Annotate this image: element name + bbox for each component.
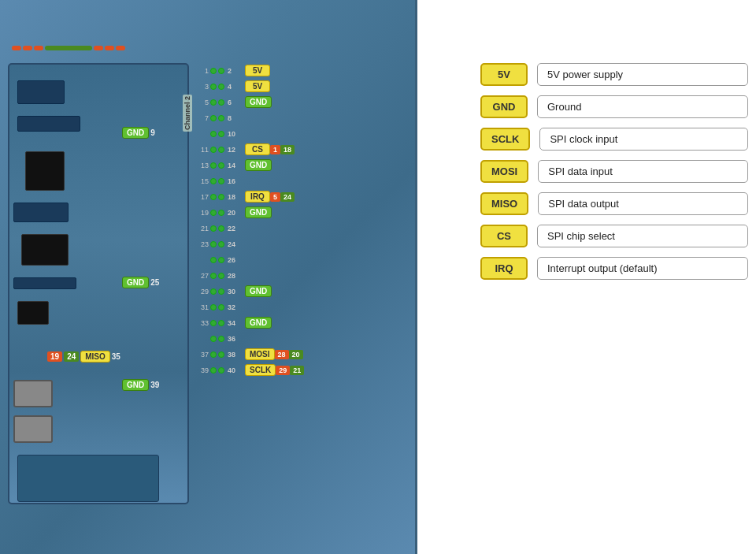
pin-row-29-30: 2930GND — [193, 284, 304, 299]
board-pcb — [8, 63, 189, 504]
pin-row-15-16: 1516 — [193, 173, 304, 188]
legend-desc-irq: Interrupt output (default) — [537, 257, 748, 280]
pin-9-num: 9 — [150, 128, 155, 137]
gnd-badge-39: GND — [122, 379, 149, 391]
legend-row-sclk: SCLKSPI clock input — [480, 128, 748, 151]
miso-left-label: 19 24 MISO 35 — [47, 351, 120, 363]
usb-port-1 — [13, 380, 53, 407]
legend-badge-5v: 5V — [480, 63, 528, 86]
pin-24-badge: 24 — [64, 351, 79, 362]
component-1 — [17, 80, 65, 104]
pin-row-17-18: 1718IRQ524 — [193, 189, 304, 204]
chip-1 — [25, 151, 65, 191]
legend-badge-mosi: MOSI — [480, 160, 528, 183]
header-func-right — [94, 46, 103, 50]
channel-2-label: Channel 2 — [183, 95, 192, 132]
component-3 — [13, 203, 69, 222]
component-2 — [17, 116, 80, 132]
legend-desc-sclk: SPI clock input — [539, 128, 748, 151]
legend-row-miso: MISOSPI data output — [480, 192, 748, 215]
pin-row-35-36: 36 — [193, 331, 304, 346]
legend-row-mosi: MOSISPI data input — [480, 160, 748, 183]
pin-row-39-40: 3940SCLK2921 — [193, 363, 304, 377]
chip-2 — [21, 234, 69, 266]
legend-badge-miso: MISO — [480, 192, 528, 215]
pin-row-23-24: 2324 — [193, 236, 304, 251]
pin-35-num: 35 — [112, 352, 120, 361]
pin-row-13-14: 1314GND — [193, 158, 304, 173]
pin-row-31-32: 3132 — [193, 299, 304, 314]
header-func-left — [34, 46, 43, 50]
legend-desc-5v: 5V power supply — [537, 63, 748, 86]
legend-row-gnd: GNDGround — [480, 95, 748, 118]
pin-row-25-26: 26 — [193, 252, 304, 267]
legend-row-5v: 5V5V power supply — [480, 63, 748, 86]
legend-desc-miso: SPI data output — [538, 192, 748, 215]
pin-row-21-22: 2122 — [193, 221, 304, 236]
pin-row-5-6: 56GND — [193, 95, 304, 110]
usb-port-2 — [13, 415, 53, 443]
chip-3 — [17, 301, 49, 325]
legend-row-cs: CSSPI chip select — [480, 225, 748, 247]
header-bcm-left — [12, 46, 21, 50]
legend-badge-sclk: SCLK — [480, 128, 530, 151]
legend-badge-gnd: GND — [480, 95, 528, 118]
legend-desc-mosi: SPI data input — [538, 160, 748, 183]
pin-25-num: 25 — [150, 278, 159, 287]
legend-row-irq: IRQInterrupt output (default) — [480, 257, 748, 280]
gnd-badge-25: GND — [122, 277, 149, 288]
header-pinno — [45, 46, 92, 50]
gnd-label-25: GND 25 — [122, 277, 159, 288]
header-wpi-left — [23, 46, 32, 50]
miso-badge: MISO — [80, 351, 110, 363]
pin-row-37-38: 3738MOSI2820 — [193, 347, 304, 362]
header-wpi-right — [105, 46, 114, 50]
pin-row-7-8: 78 — [193, 110, 304, 125]
gnd-label-39: GND 39 — [122, 379, 159, 391]
legend-desc-cs: SPI chip select — [537, 225, 748, 247]
gnd-label-9: GND 9 — [122, 127, 155, 139]
connector-block — [17, 455, 159, 502]
header-row — [12, 46, 125, 50]
legend-desc-gnd: Ground — [537, 95, 748, 118]
pin-39-num: 39 — [150, 381, 159, 389]
component-4 — [13, 277, 76, 289]
gnd-badge-9: GND — [122, 127, 149, 139]
pin-row-33-34: 3334GND — [193, 315, 304, 330]
pin-row-11-12: 1112CS118 — [193, 142, 304, 157]
pin-row-9-10: 10 — [193, 126, 304, 141]
pin-diagram: 125V345V56GND78101112CS1181314GND1516171… — [193, 63, 304, 378]
pin-row-1-2: 125V — [193, 63, 304, 78]
legend-badge-irq: IRQ — [480, 257, 528, 280]
pin-row-27-28: 2728 — [193, 268, 304, 283]
pin-row-19-20: 1920GND — [193, 205, 304, 220]
pin-row-3-4: 345V — [193, 79, 304, 94]
header-bcm-right — [116, 46, 125, 50]
legend-panel: 5V5V power supplyGNDGroundSCLKSPI clock … — [480, 63, 748, 289]
legend-badge-cs: CS — [480, 225, 528, 247]
pin-19-badge: 19 — [47, 351, 62, 362]
